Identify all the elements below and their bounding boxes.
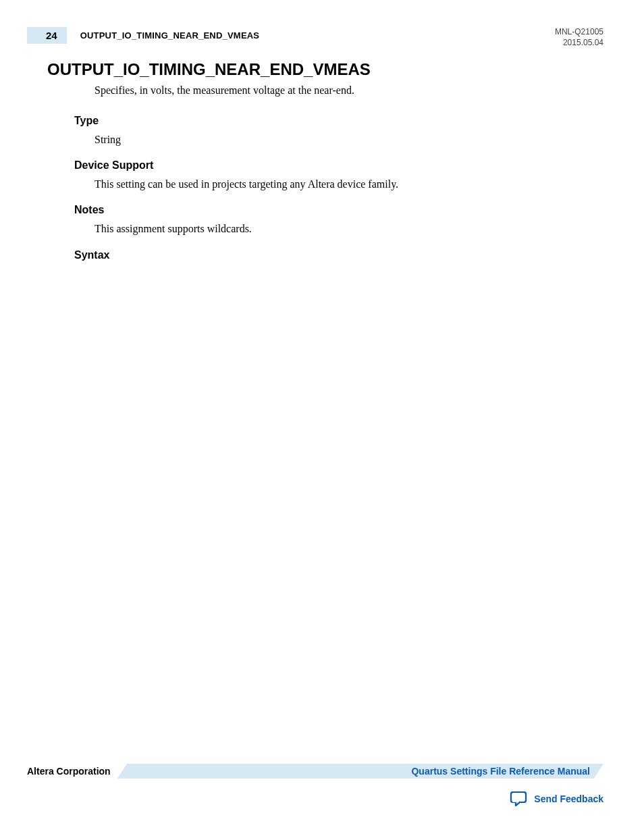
svg-rect-3	[512, 800, 519, 802]
header-left: 24 OUTPUT_IO_TIMING_NEAR_END_VMEAS	[27, 27, 259, 44]
manual-title-link[interactable]: Quartus Settings File Reference Manual	[411, 766, 590, 777]
breadcrumb: OUTPUT_IO_TIMING_NEAR_END_VMEAS	[80, 30, 260, 41]
send-feedback-link[interactable]: Send Feedback	[534, 793, 603, 804]
page-description: Specifies, in volts, the measurement vol…	[95, 83, 603, 98]
device-support-body: This setting can be used in projects tar…	[95, 177, 603, 192]
speech-bubble-icon	[510, 791, 527, 807]
page-title: OUTPUT_IO_TIMING_NEAR_END_VMEAS	[47, 60, 603, 79]
feedback-row: Send Feedback	[27, 791, 603, 807]
page-footer: Altera Corporation Quartus Settings File…	[27, 764, 603, 807]
footer-stripe: Quartus Settings File Reference Manual	[117, 764, 603, 779]
header-right: MNL-Q21005 2015.05.04	[555, 27, 603, 48]
page-number: 24	[27, 27, 67, 44]
footer-bar: Altera Corporation Quartus Settings File…	[27, 764, 603, 779]
doc-date: 2015.05.04	[555, 38, 603, 49]
device-support-heading: Device Support	[74, 159, 603, 172]
page-header: 24 OUTPUT_IO_TIMING_NEAR_END_VMEAS MNL-Q…	[27, 27, 603, 48]
footer-company: Altera Corporation	[27, 766, 117, 777]
type-heading: Type	[74, 115, 603, 127]
type-body: String	[95, 132, 603, 147]
document-page: 24 OUTPUT_IO_TIMING_NEAR_END_VMEAS MNL-Q…	[0, 0, 644, 834]
doc-id: MNL-Q21005	[555, 27, 603, 38]
notes-heading: Notes	[74, 204, 603, 216]
syntax-heading: Syntax	[74, 249, 603, 261]
notes-body: This assignment supports wildcards.	[95, 221, 603, 236]
